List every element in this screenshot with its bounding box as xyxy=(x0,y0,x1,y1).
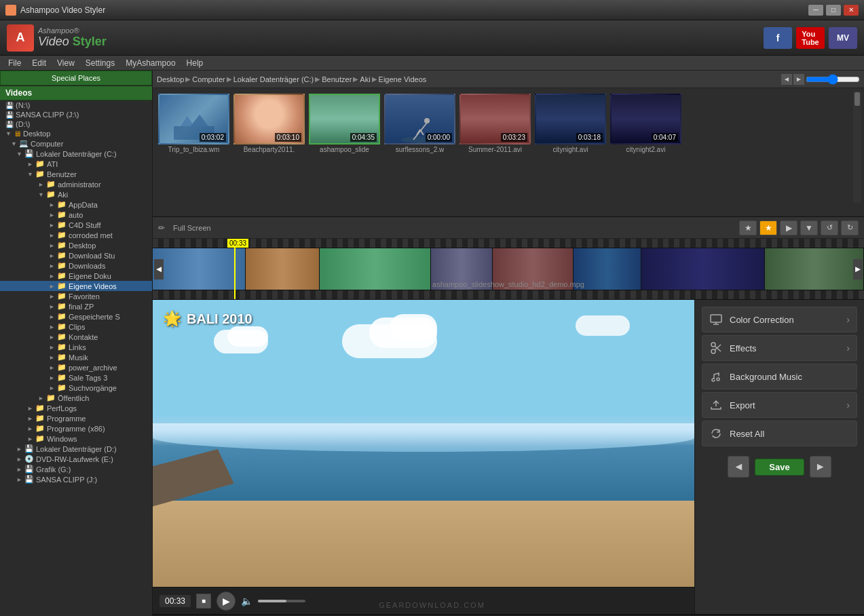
tree-windows[interactable]: ► 📁 Windows xyxy=(0,434,152,444)
breadcrumb-aki[interactable]: Aki ▶ xyxy=(360,75,378,83)
rotate-left-button[interactable]: ↺ xyxy=(821,220,838,235)
menu-file[interactable]: File xyxy=(3,57,26,69)
effects-button[interactable]: Effects › xyxy=(702,335,857,361)
star-filled-button[interactable]: ★ xyxy=(759,220,777,235)
facebook-button[interactable]: f xyxy=(764,27,792,49)
nav-next-button[interactable]: ► xyxy=(810,456,831,478)
breadcrumb-prev[interactable]: ◄ xyxy=(781,74,792,85)
tree-lokd[interactable]: ► 💾 Lokaler Datenträger (D:) xyxy=(0,444,152,454)
tree-corroded[interactable]: ► 📁 corroded met xyxy=(0,230,152,240)
tree-c4d[interactable]: ► 📁 C4D Stuff xyxy=(0,220,152,230)
drive-n[interactable]: 💾 (N:\) xyxy=(0,100,152,110)
tree-benutzer[interactable]: ▼ 📁 Benutzer xyxy=(0,169,152,179)
tree-links[interactable]: ► 📁 Links xyxy=(0,342,152,352)
reset-all-button[interactable]: Reset All xyxy=(702,421,857,446)
tree-desktop[interactable]: ▼ 🖥 Desktop xyxy=(0,129,152,138)
special-places-tab[interactable]: Special Places xyxy=(0,71,152,85)
timeline-clip-2[interactable] xyxy=(246,248,320,290)
save-button[interactable]: Save xyxy=(755,459,804,476)
volume-slider[interactable] xyxy=(258,600,305,602)
minimize-button[interactable]: ─ xyxy=(808,5,823,16)
export-button[interactable]: Export › xyxy=(702,392,857,418)
tree-admin[interactable]: ► 📁 administrator xyxy=(0,179,152,189)
star-button[interactable]: ★ xyxy=(739,220,757,235)
thumbnail-4[interactable]: 0:00:00 surflessons_2.w xyxy=(384,94,455,153)
menu-help[interactable]: Help xyxy=(181,57,209,69)
menu-myashampoo[interactable]: MyAshampoo xyxy=(120,57,181,69)
tree-desktop2[interactable]: ► 📁 Desktop xyxy=(0,240,152,250)
nav-prev-button[interactable]: ◄ xyxy=(728,456,749,478)
menu-settings[interactable]: Settings xyxy=(80,57,120,69)
appdata-folder-icon: 📁 xyxy=(57,200,67,209)
tree-kontakte[interactable]: ► 📁 Kontakte xyxy=(0,332,152,342)
watermark: GEARDOWNLOAD.COM xyxy=(379,601,485,609)
rotate-right-button[interactable]: ↻ xyxy=(841,220,859,235)
play-timeline-button[interactable]: ▶ xyxy=(780,220,797,235)
down-button[interactable]: ▼ xyxy=(800,220,818,235)
menu-view[interactable]: View xyxy=(52,57,80,69)
thumbnail-5[interactable]: 0:03:23 Summer-2011.avi xyxy=(459,94,531,153)
tree-power[interactable]: ► 📁 power_archive xyxy=(0,362,152,372)
tree-appdata[interactable]: ► 📁 AppData xyxy=(0,199,152,210)
tree-aki[interactable]: ▼ 📁 Aki xyxy=(0,189,152,199)
tree-perflogs[interactable]: ► 📁 PerfLogs xyxy=(0,403,152,413)
thumbnail-3[interactable]: 0:04:35 ashampoo_slide xyxy=(309,94,380,153)
timeline-nav-left[interactable]: ◄ xyxy=(154,259,164,280)
tree-grafik[interactable]: ► 💾 Grafik (G:) xyxy=(0,464,152,474)
thumbnails-scroll-thumb[interactable] xyxy=(854,92,860,106)
tree-computer[interactable]: ▼ 💻 Computer xyxy=(0,138,152,149)
breadcrumb-zoom-slider[interactable] xyxy=(806,74,860,85)
timeline-clip-8[interactable] xyxy=(765,248,864,290)
tree-offentlich[interactable]: ► 📁 Öffentlich xyxy=(0,393,152,403)
fullscreen-button[interactable]: Full Screen xyxy=(173,224,211,232)
timeline-nav-right[interactable]: ► xyxy=(853,259,863,280)
menu-edit[interactable]: Edit xyxy=(26,57,52,69)
tree-progx86[interactable]: ► 📁 Programme (x86) xyxy=(0,423,152,434)
expand-downloads-icon: ► xyxy=(49,263,56,269)
breadcrumb-benutzer[interactable]: Benutzer ▶ xyxy=(322,75,360,83)
thumbnail-6[interactable]: 0:03:18 citynight.avi xyxy=(535,94,606,153)
tree-view[interactable]: 💾 (N:\) 💾 SANSA CLIPP (J:\) 💾 (D:\) ▼ 🖥 … xyxy=(0,100,152,616)
play-button[interactable]: ▶ xyxy=(217,592,236,611)
tree-clips[interactable]: ► 📁 Clips xyxy=(0,322,152,332)
tree-downloadstu[interactable]: ► 📁 Download Stu xyxy=(0,250,152,261)
color-correction-button[interactable]: Color Correction › xyxy=(702,307,857,332)
drive-sansa[interactable]: 💾 SANSA CLIPP (J:\) xyxy=(0,110,152,119)
logo-product: Video Styler xyxy=(38,35,107,49)
drive-d[interactable]: 💾 (D:\) xyxy=(0,119,152,129)
youtube-button[interactable]: YouTube xyxy=(796,27,825,49)
tree-finalzp[interactable]: ► 📁 final ZP xyxy=(0,301,152,311)
stop-button[interactable]: ■ xyxy=(196,594,211,609)
tree-prog[interactable]: ► 📁 Programme xyxy=(0,413,152,423)
tree-eigenevid[interactable]: ► 📁 Eigene Videos xyxy=(0,281,152,291)
close-button[interactable]: ✕ xyxy=(844,5,859,16)
tree-ati[interactable]: ► 📁 ATI xyxy=(0,159,152,169)
tree-saletags[interactable]: ► 📁 Sale Tags 3 xyxy=(0,372,152,383)
breadcrumb-desktop[interactable]: Desktop ▶ xyxy=(157,75,192,83)
tree-auto[interactable]: ► 📁 auto xyxy=(0,210,152,220)
tree-lc[interactable]: ▼ 💾 Lokaler Datenträger (C:) xyxy=(0,149,152,159)
tree-dvd[interactable]: ► 💿 DVD-RW-Laufwerk (E:) xyxy=(0,454,152,464)
thumbnails-scrollbar[interactable] xyxy=(853,91,861,203)
breadcrumb-lc[interactable]: Lokaler Datenträger (C:) ▶ xyxy=(233,75,322,83)
maximize-button[interactable]: □ xyxy=(826,5,841,16)
timeline-clip-7[interactable] xyxy=(641,248,765,290)
tree-downloads[interactable]: ► 📁 Downloads xyxy=(0,261,152,271)
tree-gespeicherte[interactable]: ► 📁 Gespeicherte S xyxy=(0,311,152,322)
thumbnail-1[interactable]: 0:03:02 Trip_to_Ibiza.wm xyxy=(158,94,229,153)
mute-button[interactable]: 🔈 xyxy=(241,596,252,607)
thumbnail-7[interactable]: 0:04:07 citynight2.avi xyxy=(610,94,681,153)
background-music-button[interactable]: Background Music xyxy=(702,364,857,389)
timeline-clip-3[interactable] xyxy=(320,248,431,290)
mv-button[interactable]: MV xyxy=(829,27,857,49)
tree-sansaj[interactable]: ► 💾 SANSA CLIPP (J:) xyxy=(0,474,152,484)
thumbnail-2[interactable]: 0:03:10 Beachparty2011. xyxy=(233,94,305,153)
breadcrumb-eigene[interactable]: Eigene Videos xyxy=(379,75,427,83)
tree-musik[interactable]: ► 📁 Musik xyxy=(0,352,152,362)
breadcrumb-computer[interactable]: Computer ▶ xyxy=(192,75,233,83)
tree-such[interactable]: ► 📁 Suchvorgänge xyxy=(0,383,152,393)
breadcrumb-next[interactable]: ► xyxy=(793,74,804,85)
tree-favoriten[interactable]: ► 📁 Favoriten xyxy=(0,291,152,301)
tree-eigenedoku[interactable]: ► 📁 Eigene Doku xyxy=(0,271,152,281)
timeline-clip-1[interactable] xyxy=(153,248,246,290)
